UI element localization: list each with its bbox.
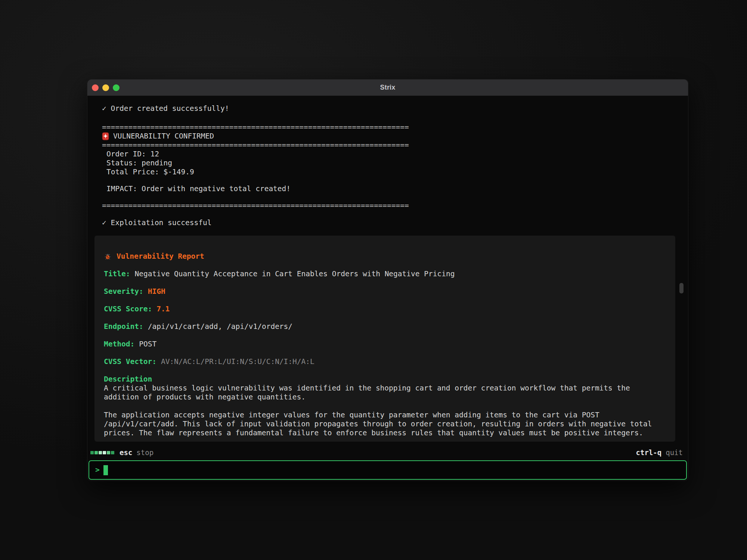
vulnerability-confirmed-heading: VULNERABILITY CONFIRMED xyxy=(102,132,409,141)
vulnerability-confirmed-label: VULNERABILITY CONFIRMED xyxy=(113,132,214,141)
order-success-message: ✓ Order created successfully! xyxy=(102,104,409,113)
spinner-square xyxy=(103,451,106,454)
status-bar: esc stop ctrl-q quit xyxy=(90,448,683,457)
activity-spinner xyxy=(90,451,114,454)
report-field-severity: Severity:HIGH xyxy=(104,287,675,296)
quit-action-label: quit xyxy=(666,448,683,457)
report-header-label: Vulnerability Report xyxy=(117,252,204,261)
scrollback-log: ✓ Order created successfully! ==========… xyxy=(102,104,409,227)
spinner-square xyxy=(94,451,98,454)
bug-icon xyxy=(104,253,117,261)
spinner-square xyxy=(111,451,114,454)
separator-line: ========================================… xyxy=(102,201,409,210)
vulnerability-report-panel: Vulnerability Report Title:Negative Quan… xyxy=(94,236,675,442)
spinner-square xyxy=(90,451,94,454)
minimize-button[interactable] xyxy=(102,84,109,91)
description-text: addition of products with negative quant… xyxy=(104,393,675,402)
spinner-square xyxy=(107,451,110,454)
spinner-square xyxy=(99,451,102,454)
report-field-cvss-score: CVSS Score:7.1 xyxy=(104,305,675,314)
stop-action-label: stop xyxy=(136,448,154,457)
terminal-window: Strix ✓ Order created successfully! ====… xyxy=(87,79,688,481)
close-button[interactable] xyxy=(92,84,99,91)
report-field-title: Title:Negative Quantity Acceptance in Ca… xyxy=(104,270,675,279)
title-bar: Strix xyxy=(87,80,688,96)
description-text: prices. The flaw represents a fundamenta… xyxy=(104,429,675,438)
description-text: The application accepts negative integer… xyxy=(104,411,675,420)
separator-line: ========================================… xyxy=(102,141,409,150)
order-status-line: Status: pending xyxy=(102,159,409,168)
description-text: A critical business logic vulnerability … xyxy=(104,384,675,393)
esc-key-hint: esc xyxy=(120,448,132,457)
report-field-method: Method:POST xyxy=(104,340,675,349)
text-cursor xyxy=(103,465,108,475)
description-text: /api/v1/cart/add. This lack of input val… xyxy=(104,420,675,429)
command-input[interactable]: > xyxy=(89,460,687,480)
order-total-line: Total Price: $-149.9 xyxy=(102,168,409,177)
impact-line: IMPACT: Order with negative total create… xyxy=(102,184,409,193)
order-id-line: Order ID: 12 xyxy=(102,150,409,159)
maximize-button[interactable] xyxy=(113,84,120,91)
quit-key-hint: ctrl-q xyxy=(636,448,662,457)
exploitation-success-message: ✓ Exploitation successful xyxy=(102,218,409,227)
terminal-content: ✓ Order created successfully! ==========… xyxy=(87,96,688,480)
scrollbar-thumb[interactable] xyxy=(679,283,684,293)
traffic-lights xyxy=(92,84,120,91)
separator-line: ========================================… xyxy=(102,123,409,132)
report-field-endpoint: Endpoint:/api/v1/cart/add, /api/v1/order… xyxy=(104,322,675,331)
report-header: Vulnerability Report xyxy=(104,252,675,261)
input-prompt: > xyxy=(95,466,100,475)
siren-icon xyxy=(102,132,113,140)
report-field-cvss-vector: CVSS Vector:AV:N/AC:L/PR:L/UI:N/S:U/C:N/… xyxy=(104,357,675,366)
description-heading: Description xyxy=(104,375,675,384)
window-title: Strix xyxy=(380,84,395,91)
